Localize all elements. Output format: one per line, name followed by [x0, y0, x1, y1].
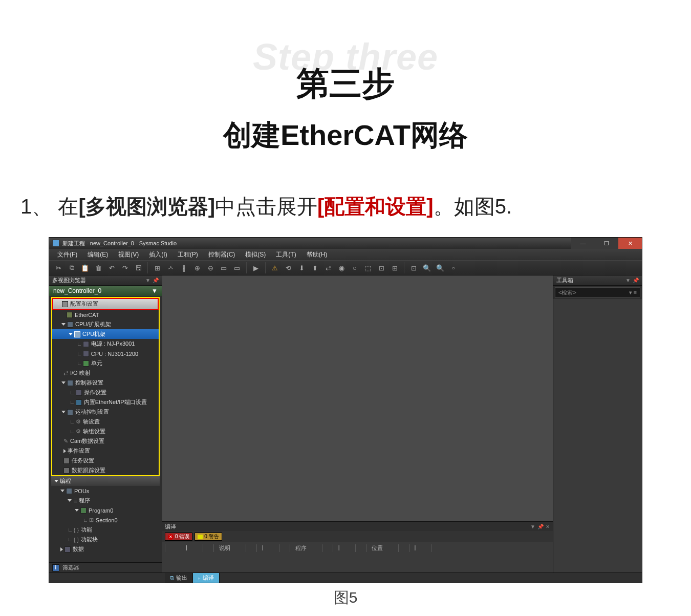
tree-io-map[interactable]: ⇄I/O 映射 [52, 368, 159, 378]
filter-bar[interactable]: i 筛选器 [49, 562, 162, 572]
tree-axis[interactable]: ∟⚙轴设置 [52, 417, 159, 427]
tree-motion[interactable]: 运动控制设置 [52, 407, 159, 417]
toolbox-search[interactable]: <检索> ▾≡ [555, 287, 640, 298]
filter-icon[interactable]: ≡ [634, 289, 637, 296]
menu-simulate[interactable]: 模拟(S) [241, 249, 270, 260]
tb-sim-icon[interactable]: ▶ [250, 262, 262, 274]
tree-func[interactable]: ∟{ }功能 [49, 525, 162, 535]
toolbox-body [553, 299, 642, 572]
compile-panel-header: 编译 ▼📌✕ [162, 522, 553, 531]
tb-delete-icon[interactable]: 🗑 [92, 262, 104, 274]
menu-file[interactable]: 文件(F) [53, 249, 81, 260]
dropdown-icon[interactable]: ▼ [625, 278, 631, 283]
close-button[interactable]: ✕ [618, 238, 642, 249]
menu-controller[interactable]: 控制器(C) [204, 249, 240, 260]
tb-run-icon[interactable]: ○ [349, 262, 361, 274]
warning-count-badge[interactable]: 0 警告 [195, 533, 222, 541]
minimize-button[interactable]: — [571, 238, 595, 249]
tb-paste-icon[interactable]: 📋 [79, 262, 91, 274]
tb-cmp-icon[interactable]: ⇄ [322, 262, 334, 274]
tb-sync-icon[interactable]: ⟲ [282, 262, 294, 274]
tree-event[interactable]: 事件设置 [52, 446, 159, 456]
tree-view: 配置和设置 EtherCAT CPU/扩展机架 CPU机架 ∟电源 : NJ-P… [49, 296, 162, 562]
tree-program0-label: Program0 [89, 507, 113, 514]
menu-project[interactable]: 工程(P) [174, 249, 202, 260]
tree-controller-setup[interactable]: 控制器设置 [52, 378, 159, 388]
error-count-badge[interactable]: ✕0 错误 [165, 533, 192, 541]
tb-100pct-icon[interactable]: ▫ [447, 262, 460, 274]
tb-misc1-icon[interactable]: ⊡ [375, 262, 387, 274]
tree-ethercat[interactable]: EtherCAT [52, 310, 159, 320]
tab-compile[interactable]: ▸编译 [193, 573, 220, 583]
tb-ul-icon[interactable]: ⬆ [309, 262, 321, 274]
tree-cam[interactable]: ✎Cam数据设置 [52, 436, 159, 446]
tree-pous[interactable]: POUs [49, 486, 162, 496]
tree-section0[interactable]: ∟⊞Section0 [49, 515, 162, 525]
tree-cpu-rack[interactable]: CPU/扩展机架 [52, 320, 159, 329]
tb-mon-icon[interactable]: ◉ [335, 262, 348, 274]
menu-help[interactable]: 帮助(H) [303, 249, 332, 260]
tree-data-label: 数据 [73, 545, 84, 553]
tb-ncoil-icon[interactable]: ⊖ [204, 262, 217, 274]
col-program: 程序 [290, 544, 322, 552]
tree-task[interactable]: 任务设置 [52, 456, 159, 465]
tb-dl-icon[interactable]: ⬇ [295, 262, 308, 274]
tree-config-and-setup[interactable]: 配置和设置 [53, 299, 158, 309]
tree-program0[interactable]: Program0 [49, 505, 162, 515]
dropdown-icon[interactable]: ▼ [145, 278, 150, 283]
tree-trace[interactable]: 数据跟踪设置 [52, 465, 159, 475]
tree-op-setup-label: 操作设置 [84, 389, 106, 396]
pin-icon[interactable]: 📌 [633, 278, 639, 283]
tree-unit[interactable]: ∟单元 [52, 358, 159, 368]
pin-icon[interactable]: 📌 [537, 524, 544, 529]
tree-programs-label: 程序 [79, 497, 90, 504]
tb-save-icon[interactable]: 🖫 [132, 262, 144, 274]
dropdown-icon[interactable]: ▼ [530, 524, 535, 529]
chevron-down-icon[interactable]: ▾ [629, 289, 632, 296]
tb-zoom-out-icon[interactable]: 🔍 [434, 262, 446, 274]
tree-programming-header[interactable]: 编程 [51, 476, 160, 486]
tb-zoom-fit-icon[interactable]: ⊡ [407, 262, 420, 274]
compile-panel: 编译 ▼📌✕ ✕0 错误 0 警告 | 说明 | 程序 | 位置 | [162, 521, 553, 572]
tree-motion-label: 运动控制设置 [75, 408, 109, 416]
maximize-button[interactable]: ☐ [595, 238, 618, 249]
tb-warn-icon[interactable]: ⚠ [269, 262, 281, 274]
close-icon[interactable]: ✕ [546, 524, 550, 529]
menu-edit[interactable]: 编辑(E) [83, 249, 112, 260]
tb-ladder-icon[interactable]: ⊞ [151, 262, 163, 274]
tree-op-setup[interactable]: ∟操作设置 [52, 388, 159, 397]
tree-cpu-rack-sub-label: CPU机架 [82, 330, 105, 338]
tb-stop-icon[interactable]: ⬚ [362, 262, 374, 274]
controller-selector[interactable]: new_Controller_0 ▼ [49, 286, 162, 296]
tb-contact-icon[interactable]: ㅅ [164, 262, 177, 274]
tb-cut-icon[interactable]: ✂ [52, 262, 64, 274]
tb-cut2-icon[interactable]: ∦ [178, 262, 190, 274]
tab-compile-label: 编译 [203, 574, 214, 582]
tb-func-icon[interactable]: ▭ [218, 262, 230, 274]
instr-seg-e: 。如图5. [434, 195, 512, 218]
col-description: 说明 [213, 544, 246, 552]
tree-funcblk[interactable]: ∟{ }功能块 [49, 535, 162, 544]
tb-coil-icon[interactable]: ⊕ [191, 262, 203, 274]
tree-axis-grp[interactable]: ∟⚙轴组设置 [52, 427, 159, 436]
figure-caption: 图5 [0, 587, 691, 608]
tb-misc2-icon[interactable]: ⊞ [388, 262, 401, 274]
tree-unit-label: 单元 [91, 359, 102, 367]
tb-copy-icon[interactable]: ⧉ [66, 262, 78, 274]
menu-insert[interactable]: 插入(I) [145, 249, 171, 260]
tb-undo-icon[interactable]: ↶ [105, 262, 118, 274]
tree-power[interactable]: ∟电源 : NJ-Px3001 [52, 339, 159, 349]
tree-cpu[interactable]: ∟CPU : NJ301-1200 [52, 349, 159, 358]
tab-output[interactable]: ⧉输出 [165, 573, 193, 583]
tb-redo-icon[interactable]: ↷ [119, 262, 131, 274]
tree-programs[interactable]: ≣程序 [49, 496, 162, 505]
tb-funcn-icon[interactable]: ▭ [231, 262, 243, 274]
tree-enip[interactable]: ∟内置EtherNet/IP端口设置 [52, 397, 159, 407]
menu-view[interactable]: 视图(V) [114, 249, 143, 260]
tb-zoom-in-icon[interactable]: 🔍 [421, 262, 433, 274]
tree-cpu-rack-sub[interactable]: CPU机架 [52, 329, 159, 339]
tree-data[interactable]: 数据 [49, 544, 162, 554]
tree-enip-label: 内置EtherNet/IP端口设置 [84, 398, 147, 406]
pin-icon[interactable]: 📌 [153, 278, 159, 283]
menu-tools[interactable]: 工具(T) [272, 249, 300, 260]
